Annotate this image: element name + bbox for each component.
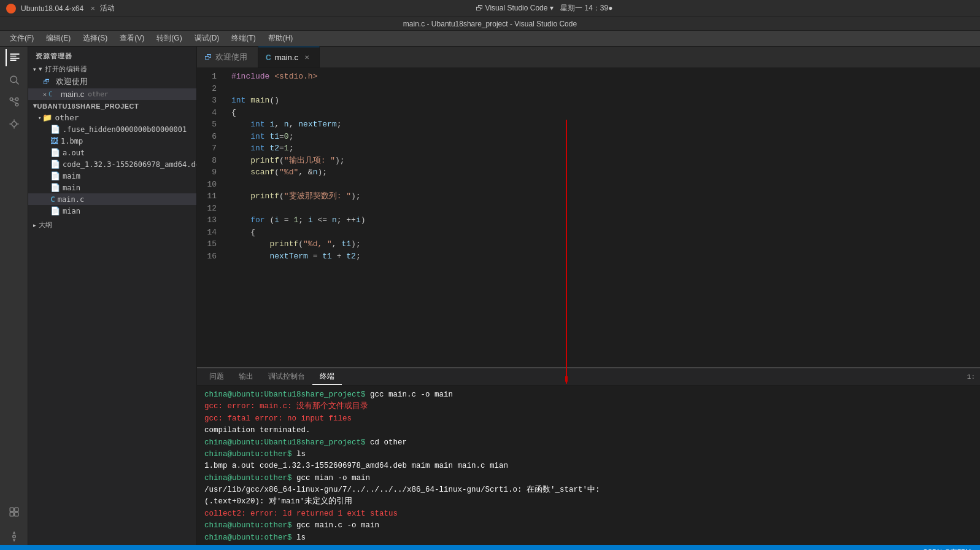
tab-welcome[interactable]: 🗗 欢迎使用 <box>197 47 258 68</box>
explorer-icon[interactable] <box>6 49 23 66</box>
code-editor[interactable]: 1 2 3 4 5 6 7 8 9 10 11 12 13 14 15 16 <box>197 68 980 367</box>
settings-icon[interactable] <box>6 528 23 545</box>
terminal-tab-terminal[interactable]: 终端 <box>312 368 342 385</box>
terminal-tabs: 问题 输出 调试控制台 终端 1: <box>197 368 980 385</box>
code-line-3: int main() <box>231 95 980 107</box>
close-editor-icon[interactable]: ✕ <box>43 91 47 98</box>
terminal-tab-debug-console[interactable]: 调试控制台 <box>261 368 312 385</box>
code-line-1: #include <stdio.h> <box>231 71 980 83</box>
menu-goto[interactable]: 转到(G) <box>152 32 187 45</box>
svg-point-4 <box>15 98 18 101</box>
system-bar: Ubuntu18.04.4-x64 ✕ 活动 🗗 Visual Studio C… <box>0 0 980 17</box>
menu-edit[interactable]: 编辑(E) <box>41 32 75 45</box>
svg-point-16 <box>12 535 15 538</box>
main-c-tab-label: main.c <box>275 53 298 62</box>
file-icon-fuse: 📄 <box>50 125 60 134</box>
svg-point-2 <box>10 98 13 101</box>
project-header[interactable]: ▾ UBANTU18SHARE_PROJECT <box>28 100 196 112</box>
menu-help[interactable]: 帮助(H) <box>263 32 298 45</box>
editor-container: 1 2 3 4 5 6 7 8 9 10 11 12 13 14 15 16 <box>197 68 980 545</box>
code-line-14: { <box>231 227 980 239</box>
sidebar: 资源管理器 ▾ ▾ 打开的编辑器 🗗 欢迎使用 ✕ C main.c other… <box>28 47 197 545</box>
menu-view[interactable]: 查看(V) <box>115 32 149 45</box>
sidebar-item-welcome[interactable]: 🗗 欢迎使用 <box>28 75 196 88</box>
sidebar-item-main-c[interactable]: ✕ C main.c other <box>28 88 196 100</box>
window-title: Ubuntu18.04.4-x64 <box>21 4 83 13</box>
terminal-line-5: china@ubuntu:Ubantu18share_project$ cd o… <box>204 437 973 449</box>
debug-icon[interactable] <box>6 115 23 133</box>
sidebar-item-mian[interactable]: 📄 mian <box>28 205 196 217</box>
terminal-line-3: gcc: fatal error: no input files <box>204 413 973 425</box>
c-tab-icon: C <box>266 53 271 62</box>
code-line-13: for (i = 1; i <= n; ++i) <box>231 214 980 227</box>
ubuntu-icon <box>6 4 16 14</box>
sidebar-item-main-c-tree[interactable]: C main.c <box>28 193 196 205</box>
open-editors-section[interactable]: ▾ ▾ 打开的编辑器 <box>28 63 196 75</box>
extensions-icon[interactable] <box>6 503 23 521</box>
code-line-15: printf("%d, ", t1); <box>231 238 980 250</box>
code-line-12 <box>231 203 980 215</box>
line-numbers: 1 2 3 4 5 6 7 8 9 10 11 12 13 14 15 16 <box>197 68 222 367</box>
sidebar-mainc-path: other <box>88 90 108 98</box>
file-icon-deb: 📄 <box>50 160 60 169</box>
sidebar-item-main-bin[interactable]: 📄 main <box>28 182 196 193</box>
close-icon[interactable]: ✕ <box>91 4 95 12</box>
terminal-line-4: compilation terminated. <box>204 425 973 436</box>
svg-rect-15 <box>14 513 18 516</box>
terminal-line-2: gcc: error: main.c: 没有那个文件或目录 <box>204 401 973 412</box>
editor-area: 🗗 欢迎使用 C main.c ✕ 1 2 3 4 5 6 7 <box>197 47 980 545</box>
code-line-11: printf("斐波那契数列: "); <box>231 190 980 203</box>
mian-label: mian <box>63 207 80 215</box>
tab-main-c[interactable]: C main.c ✕ <box>258 47 320 68</box>
svg-rect-12 <box>10 508 14 511</box>
code-line-4: { <box>231 107 980 119</box>
welcome-tab-icon: 🗗 <box>204 53 212 61</box>
code-line-5: int i, n, nextTerm; <box>231 118 980 131</box>
terminal-line-6: china@ubuntu:other$ ls <box>204 449 973 460</box>
menu-select[interactable]: 选择(S) <box>78 32 112 45</box>
file-icon-main-c-tree: C <box>50 195 55 204</box>
status-right: CSDN @宁771fy <box>923 548 974 551</box>
terminal-line-14: 1.bmp a.out code_1.32.3-1552606978_amd64… <box>204 544 973 545</box>
tab-close-icon[interactable]: ✕ <box>304 54 309 61</box>
app-label[interactable]: 🗗 Visual Studio Code ▾ <box>476 4 554 12</box>
svg-line-6 <box>11 101 17 104</box>
terminal-content[interactable]: china@ubuntu:Ubantu18share_project$ gcc … <box>197 385 980 545</box>
sidebar-item-deb[interactable]: 📄 code_1.32.3-1552606978_amd64.deb <box>28 158 196 170</box>
folder-icon: 📁 <box>42 113 52 122</box>
menu-debug[interactable]: 调试(D) <box>190 32 225 45</box>
terminal-tab-output[interactable]: 输出 <box>231 368 261 385</box>
bmp-label: 1.bmp <box>61 137 83 145</box>
fuse-label: .fuse_hidden0000000b00000001 <box>63 125 187 134</box>
code-line-2 <box>231 83 980 95</box>
clock-text: 星期一 14：39● <box>560 4 612 12</box>
code-line-7: int t2=1; <box>231 142 980 155</box>
terminal-line-11: collect2: error: ld returned 1 exit stat… <box>204 508 973 520</box>
sidebar-item-bmp[interactable]: 🖼 1.bmp <box>28 135 196 147</box>
sidebar-item-maim[interactable]: 📄 maim <box>28 170 196 182</box>
terminal-line-13: china@ubuntu:other$ ls <box>204 532 973 544</box>
sidebar-item-fuse[interactable]: 📄 .fuse_hidden0000000b00000001 <box>28 123 196 135</box>
search-icon[interactable] <box>6 71 23 88</box>
open-editors-label: ▾ 打开的编辑器 <box>39 64 87 74</box>
menu-bar: 文件(F) 编辑(E) 选择(S) 查看(V) 转到(G) 调试(D) 终端(T… <box>0 31 980 47</box>
outline-section[interactable]: ▸ 大纲 <box>28 219 196 231</box>
status-bar: CSDN @宁771fy <box>0 545 980 550</box>
tabs-bar: 🗗 欢迎使用 C main.c ✕ <box>197 47 980 68</box>
source-control-icon[interactable] <box>6 93 23 110</box>
window-title-bar: main.c - Ubantu18share_project - Visual … <box>403 20 577 28</box>
menu-file[interactable]: 文件(F) <box>5 32 39 45</box>
code-content[interactable]: #include <stdio.h> int main() { int i, n… <box>222 68 980 367</box>
terminal-line-7: 1.bmp a.out code_1.32.3-1552606978_amd64… <box>204 460 973 472</box>
file-icon-mian: 📄 <box>50 206 60 215</box>
terminal-panel: 问题 输出 调试控制台 终端 1: china@ubuntu:Ubantu18s… <box>197 367 980 545</box>
sidebar-item-other-folder[interactable]: ▾ 📁 other <box>28 112 196 123</box>
code-line-9: scanf("%d", &n); <box>231 166 980 179</box>
terminal-tab-problems[interactable]: 问题 <box>202 368 231 385</box>
code-line-16: nextTerm = t1 + t2; <box>231 250 980 263</box>
sidebar-item-aout[interactable]: 📄 a.out <box>28 147 196 158</box>
terminal-line-9: /usr/lib/gcc/x86_64-linux-gnu/7/../../..… <box>204 484 973 496</box>
main-c-tree-label: main.c <box>58 195 84 204</box>
aout-label: a.out <box>63 149 85 157</box>
menu-terminal[interactable]: 终端(T) <box>226 32 260 45</box>
